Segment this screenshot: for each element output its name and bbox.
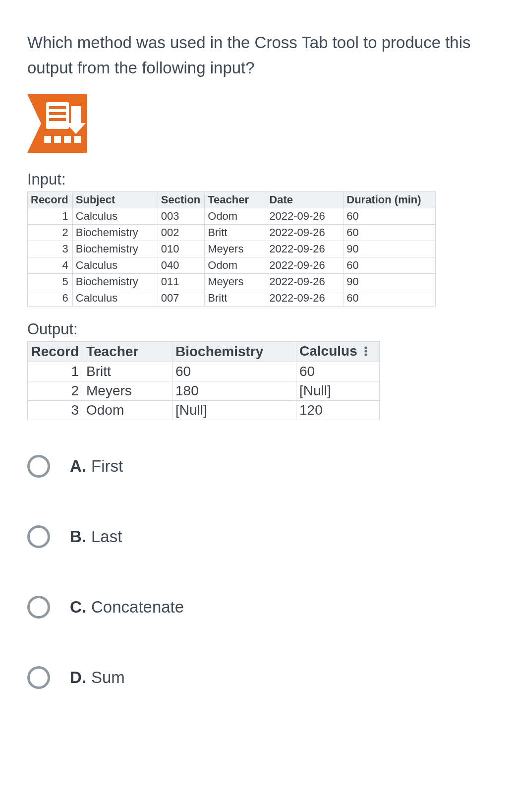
svg-rect-7 [64,136,71,143]
option-label: B.Last [70,527,122,546]
cell-record: 2 [28,225,73,241]
svg-rect-2 [49,106,66,109]
col-biochemistry: Biochemistry [172,342,296,362]
cell-date: 2022-09-26 [266,290,343,307]
cell-record: 5 [28,274,73,290]
cell-duration: 60 [343,208,436,225]
table-row: 4Calculus040Odom2022-09-2660 [28,257,436,274]
cell-section: 010 [158,241,204,257]
cell-teacher: Odom [205,257,266,274]
table-row: 3Biochemistry010Meyers2022-09-2690 [28,241,436,257]
table-header-row: Record Teacher Biochemistry Calculus [28,342,380,362]
col-teacher: Teacher [83,342,172,362]
answer-option[interactable]: D.Sum [27,666,487,689]
col-teacher: Teacher [205,192,266,208]
cell-duration: 60 [343,257,436,274]
cell-duration: 90 [343,274,436,290]
cell-section: 040 [158,257,204,274]
cell-section: 007 [158,290,204,307]
col-section: Section [158,192,204,208]
cell-teacher: Britt [205,225,266,241]
cell-teacher: Meyers [83,381,172,400]
cell-section: 002 [158,225,204,241]
col-subject: Subject [72,192,158,208]
table-header-row: Record Subject Section Teacher Date Dura… [28,192,436,208]
cell-teacher: Odom [83,400,172,420]
table-row: 5Biochemistry011Meyers2022-09-2690 [28,274,436,290]
cell-duration: 60 [343,225,436,241]
cell-section: 003 [158,208,204,225]
radio-icon[interactable] [27,455,50,478]
cell-record: 6 [28,290,73,307]
column-menu-icon[interactable] [364,344,368,360]
svg-rect-4 [49,118,66,121]
radio-icon[interactable] [27,525,50,548]
option-label: A.First [70,457,123,476]
cell-teacher: Meyers [205,241,266,257]
cell-subject: Biochemistry [72,241,158,257]
option-label: C.Concatenate [70,598,184,617]
cell-calculus: [Null] [296,381,380,400]
cell-date: 2022-09-26 [266,208,343,225]
cell-teacher: Britt [83,362,172,381]
cell-date: 2022-09-26 [266,257,343,274]
table-row: 2Biochemistry002Britt2022-09-2660 [28,225,436,241]
table-row: 1Calculus003Odom2022-09-2660 [28,208,436,225]
cell-date: 2022-09-26 [266,241,343,257]
cell-subject: Calculus [72,257,158,274]
cell-record: 3 [28,241,73,257]
cell-record: 1 [28,362,83,381]
svg-point-11 [365,353,367,356]
answer-option[interactable]: B.Last [27,525,487,548]
cell-date: 2022-09-26 [266,225,343,241]
svg-point-10 [365,350,367,352]
output-table: Record Teacher Biochemistry Calculus 1Br… [27,341,380,420]
col-date: Date [266,192,343,208]
cell-teacher: Meyers [205,274,266,290]
answer-option[interactable]: A.First [27,455,487,478]
col-record: Record [28,342,83,362]
cell-subject: Calculus [72,208,158,225]
col-record: Record [28,192,73,208]
svg-point-9 [365,346,367,349]
input-label: Input: [27,171,487,188]
col-calculus: Calculus [296,342,380,362]
cell-subject: Biochemistry [72,274,158,290]
cell-date: 2022-09-26 [266,274,343,290]
table-row: 3Odom[Null]120 [28,400,380,420]
table-row: 6Calculus007Britt2022-09-2660 [28,290,436,307]
input-table: Record Subject Section Teacher Date Dura… [27,191,436,307]
cell-calculus: 120 [296,400,380,420]
radio-icon[interactable] [27,596,50,619]
cell-record: 4 [28,257,73,274]
radio-icon[interactable] [27,666,50,689]
cell-teacher: Britt [205,290,266,307]
table-row: 2Meyers180[Null] [28,381,380,400]
cell-subject: Calculus [72,290,158,307]
output-label: Output: [27,320,487,338]
answer-option[interactable]: C.Concatenate [27,596,487,619]
cell-record: 1 [28,208,73,225]
cell-section: 011 [158,274,204,290]
cell-subject: Biochemistry [72,225,158,241]
answer-options: A.FirstB.LastC.ConcatenateD.Sum [27,455,487,689]
cell-record: 2 [28,381,83,400]
svg-rect-6 [54,136,61,143]
col-duration: Duration (min) [343,192,436,208]
svg-rect-5 [44,136,51,143]
question-text: Which method was used in the Cross Tab t… [27,30,487,80]
cell-record: 3 [28,400,83,420]
cross-tab-tool-icon [27,94,87,153]
cell-duration: 90 [343,241,436,257]
svg-rect-8 [74,136,81,143]
svg-rect-3 [49,112,66,115]
cell-teacher: Odom [205,208,266,225]
cell-biochemistry: [Null] [172,400,296,420]
option-label: D.Sum [70,668,125,687]
cell-biochemistry: 60 [172,362,296,381]
cell-duration: 60 [343,290,436,307]
cell-calculus: 60 [296,362,380,381]
cell-biochemistry: 180 [172,381,296,400]
table-row: 1Britt6060 [28,362,380,381]
